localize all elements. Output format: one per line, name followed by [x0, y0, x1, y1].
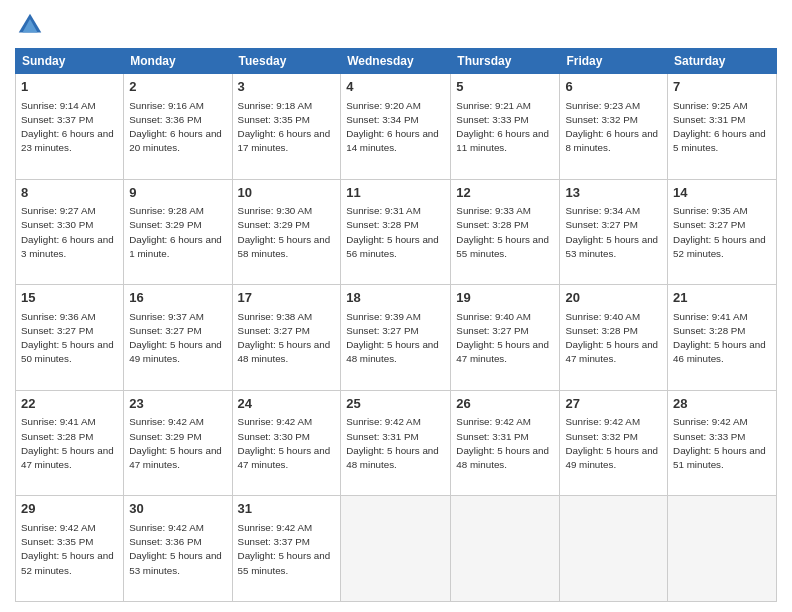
day-info: Sunrise: 9:30 AMSunset: 3:29 PMDaylight:…	[238, 205, 331, 259]
day-number: 26	[456, 395, 554, 413]
day-number: 19	[456, 289, 554, 307]
calendar-cell: 29 Sunrise: 9:42 AMSunset: 3:35 PMDaylig…	[16, 496, 124, 602]
day-info: Sunrise: 9:18 AMSunset: 3:35 PMDaylight:…	[238, 100, 331, 154]
calendar-cell	[341, 496, 451, 602]
day-number: 20	[565, 289, 662, 307]
day-info: Sunrise: 9:28 AMSunset: 3:29 PMDaylight:…	[129, 205, 222, 259]
day-number: 7	[673, 78, 771, 96]
calendar-week-2: 8 Sunrise: 9:27 AMSunset: 3:30 PMDayligh…	[16, 179, 777, 285]
day-info: Sunrise: 9:16 AMSunset: 3:36 PMDaylight:…	[129, 100, 222, 154]
day-number: 13	[565, 184, 662, 202]
weekday-monday: Monday	[124, 49, 232, 74]
page: SundayMondayTuesdayWednesdayThursdayFrid…	[0, 0, 792, 612]
calendar-cell: 10 Sunrise: 9:30 AMSunset: 3:29 PMDaylig…	[232, 179, 341, 285]
day-number: 31	[238, 500, 336, 518]
calendar-cell	[560, 496, 668, 602]
day-number: 22	[21, 395, 118, 413]
calendar-cell: 3 Sunrise: 9:18 AMSunset: 3:35 PMDayligh…	[232, 74, 341, 180]
calendar-cell: 7 Sunrise: 9:25 AMSunset: 3:31 PMDayligh…	[668, 74, 777, 180]
calendar-cell: 22 Sunrise: 9:41 AMSunset: 3:28 PMDaylig…	[16, 390, 124, 496]
calendar-cell: 31 Sunrise: 9:42 AMSunset: 3:37 PMDaylig…	[232, 496, 341, 602]
calendar-cell: 25 Sunrise: 9:42 AMSunset: 3:31 PMDaylig…	[341, 390, 451, 496]
day-number: 23	[129, 395, 226, 413]
day-info: Sunrise: 9:33 AMSunset: 3:28 PMDaylight:…	[456, 205, 549, 259]
day-info: Sunrise: 9:35 AMSunset: 3:27 PMDaylight:…	[673, 205, 766, 259]
calendar-week-3: 15 Sunrise: 9:36 AMSunset: 3:27 PMDaylig…	[16, 285, 777, 391]
calendar-cell: 23 Sunrise: 9:42 AMSunset: 3:29 PMDaylig…	[124, 390, 232, 496]
calendar-cell: 27 Sunrise: 9:42 AMSunset: 3:32 PMDaylig…	[560, 390, 668, 496]
logo-icon	[15, 10, 45, 40]
calendar-cell: 18 Sunrise: 9:39 AMSunset: 3:27 PMDaylig…	[341, 285, 451, 391]
day-info: Sunrise: 9:38 AMSunset: 3:27 PMDaylight:…	[238, 311, 331, 365]
calendar-cell: 16 Sunrise: 9:37 AMSunset: 3:27 PMDaylig…	[124, 285, 232, 391]
calendar-week-4: 22 Sunrise: 9:41 AMSunset: 3:28 PMDaylig…	[16, 390, 777, 496]
calendar-cell: 24 Sunrise: 9:42 AMSunset: 3:30 PMDaylig…	[232, 390, 341, 496]
day-info: Sunrise: 9:41 AMSunset: 3:28 PMDaylight:…	[21, 416, 114, 470]
calendar-week-5: 29 Sunrise: 9:42 AMSunset: 3:35 PMDaylig…	[16, 496, 777, 602]
day-info: Sunrise: 9:42 AMSunset: 3:36 PMDaylight:…	[129, 522, 222, 576]
day-info: Sunrise: 9:20 AMSunset: 3:34 PMDaylight:…	[346, 100, 439, 154]
calendar-cell: 21 Sunrise: 9:41 AMSunset: 3:28 PMDaylig…	[668, 285, 777, 391]
day-info: Sunrise: 9:36 AMSunset: 3:27 PMDaylight:…	[21, 311, 114, 365]
day-number: 17	[238, 289, 336, 307]
calendar-cell: 20 Sunrise: 9:40 AMSunset: 3:28 PMDaylig…	[560, 285, 668, 391]
day-info: Sunrise: 9:27 AMSunset: 3:30 PMDaylight:…	[21, 205, 114, 259]
day-number: 2	[129, 78, 226, 96]
day-info: Sunrise: 9:34 AMSunset: 3:27 PMDaylight:…	[565, 205, 658, 259]
day-number: 14	[673, 184, 771, 202]
day-info: Sunrise: 9:31 AMSunset: 3:28 PMDaylight:…	[346, 205, 439, 259]
weekday-tuesday: Tuesday	[232, 49, 341, 74]
day-number: 18	[346, 289, 445, 307]
calendar-cell: 17 Sunrise: 9:38 AMSunset: 3:27 PMDaylig…	[232, 285, 341, 391]
day-info: Sunrise: 9:25 AMSunset: 3:31 PMDaylight:…	[673, 100, 766, 154]
calendar-table: SundayMondayTuesdayWednesdayThursdayFrid…	[15, 48, 777, 602]
day-number: 29	[21, 500, 118, 518]
day-number: 8	[21, 184, 118, 202]
calendar-cell: 13 Sunrise: 9:34 AMSunset: 3:27 PMDaylig…	[560, 179, 668, 285]
day-number: 24	[238, 395, 336, 413]
calendar-cell: 4 Sunrise: 9:20 AMSunset: 3:34 PMDayligh…	[341, 74, 451, 180]
day-info: Sunrise: 9:42 AMSunset: 3:32 PMDaylight:…	[565, 416, 658, 470]
day-number: 10	[238, 184, 336, 202]
day-info: Sunrise: 9:42 AMSunset: 3:30 PMDaylight:…	[238, 416, 331, 470]
day-number: 4	[346, 78, 445, 96]
calendar-cell	[668, 496, 777, 602]
day-number: 28	[673, 395, 771, 413]
day-info: Sunrise: 9:23 AMSunset: 3:32 PMDaylight:…	[565, 100, 658, 154]
calendar-cell: 14 Sunrise: 9:35 AMSunset: 3:27 PMDaylig…	[668, 179, 777, 285]
day-number: 16	[129, 289, 226, 307]
day-number: 21	[673, 289, 771, 307]
weekday-friday: Friday	[560, 49, 668, 74]
day-number: 6	[565, 78, 662, 96]
calendar-cell: 19 Sunrise: 9:40 AMSunset: 3:27 PMDaylig…	[451, 285, 560, 391]
day-info: Sunrise: 9:40 AMSunset: 3:27 PMDaylight:…	[456, 311, 549, 365]
day-number: 27	[565, 395, 662, 413]
day-info: Sunrise: 9:42 AMSunset: 3:31 PMDaylight:…	[346, 416, 439, 470]
weekday-sunday: Sunday	[16, 49, 124, 74]
calendar-cell: 6 Sunrise: 9:23 AMSunset: 3:32 PMDayligh…	[560, 74, 668, 180]
calendar-cell: 2 Sunrise: 9:16 AMSunset: 3:36 PMDayligh…	[124, 74, 232, 180]
day-info: Sunrise: 9:37 AMSunset: 3:27 PMDaylight:…	[129, 311, 222, 365]
day-info: Sunrise: 9:42 AMSunset: 3:31 PMDaylight:…	[456, 416, 549, 470]
day-info: Sunrise: 9:40 AMSunset: 3:28 PMDaylight:…	[565, 311, 658, 365]
calendar-cell: 9 Sunrise: 9:28 AMSunset: 3:29 PMDayligh…	[124, 179, 232, 285]
weekday-saturday: Saturday	[668, 49, 777, 74]
day-info: Sunrise: 9:42 AMSunset: 3:33 PMDaylight:…	[673, 416, 766, 470]
calendar-cell	[451, 496, 560, 602]
weekday-wednesday: Wednesday	[341, 49, 451, 74]
calendar-cell: 5 Sunrise: 9:21 AMSunset: 3:33 PMDayligh…	[451, 74, 560, 180]
day-info: Sunrise: 9:42 AMSunset: 3:29 PMDaylight:…	[129, 416, 222, 470]
day-info: Sunrise: 9:41 AMSunset: 3:28 PMDaylight:…	[673, 311, 766, 365]
calendar-cell: 26 Sunrise: 9:42 AMSunset: 3:31 PMDaylig…	[451, 390, 560, 496]
calendar-cell: 30 Sunrise: 9:42 AMSunset: 3:36 PMDaylig…	[124, 496, 232, 602]
calendar-cell: 8 Sunrise: 9:27 AMSunset: 3:30 PMDayligh…	[16, 179, 124, 285]
day-info: Sunrise: 9:42 AMSunset: 3:37 PMDaylight:…	[238, 522, 331, 576]
calendar-week-1: 1 Sunrise: 9:14 AMSunset: 3:37 PMDayligh…	[16, 74, 777, 180]
calendar-cell: 12 Sunrise: 9:33 AMSunset: 3:28 PMDaylig…	[451, 179, 560, 285]
weekday-header-row: SundayMondayTuesdayWednesdayThursdayFrid…	[16, 49, 777, 74]
calendar-cell: 15 Sunrise: 9:36 AMSunset: 3:27 PMDaylig…	[16, 285, 124, 391]
calendar-cell: 28 Sunrise: 9:42 AMSunset: 3:33 PMDaylig…	[668, 390, 777, 496]
day-info: Sunrise: 9:42 AMSunset: 3:35 PMDaylight:…	[21, 522, 114, 576]
day-number: 25	[346, 395, 445, 413]
calendar-cell: 1 Sunrise: 9:14 AMSunset: 3:37 PMDayligh…	[16, 74, 124, 180]
